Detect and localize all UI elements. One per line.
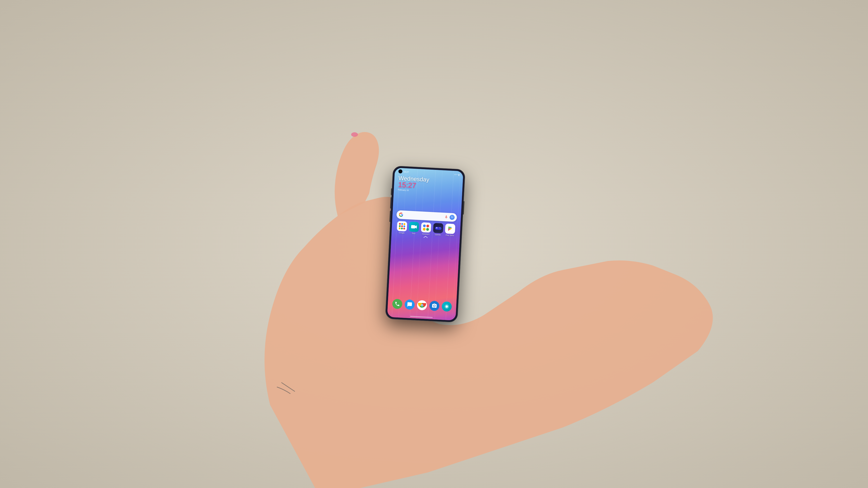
dot-7	[399, 227, 401, 229]
clock-widget: Wednesday 15:27 February 16	[398, 175, 430, 192]
dot-2	[401, 223, 403, 225]
app-google[interactable]: Google	[397, 221, 407, 234]
status-icons: ⏸ ▾ ▐ ▪	[454, 173, 461, 175]
svg-rect-7	[435, 227, 441, 230]
playstore-triangle-icon	[447, 225, 454, 232]
assistant-icon	[421, 222, 431, 232]
alert-slider[interactable]	[391, 188, 392, 195]
chrome-icon	[418, 301, 426, 310]
chevron-up-icon	[424, 235, 428, 238]
status-time: 15:27	[404, 170, 409, 173]
app-assistant[interactable]: Assistant	[421, 222, 432, 235]
phone-body: 15:27 ⏸ ▾ ▐ ▪ Wednesday 15:27 February 1…	[385, 166, 465, 322]
games-icon	[433, 223, 443, 233]
voice-search-button[interactable]	[444, 215, 448, 219]
messages-icon	[407, 302, 412, 307]
app-duo-label: Duo	[412, 232, 415, 234]
dock-camera[interactable]	[429, 301, 440, 311]
app-google-label: Google	[399, 231, 405, 234]
app-playstore-label: Play Store	[446, 234, 454, 236]
dock-oneplus[interactable]	[442, 301, 452, 312]
dot-6	[403, 225, 405, 227]
games-controller-icon	[434, 224, 442, 232]
phone-icon	[394, 301, 400, 307]
search-spacer	[403, 215, 444, 217]
camera-icon	[451, 216, 454, 219]
dot-3	[404, 223, 405, 225]
volume-up-button[interactable]	[390, 197, 392, 208]
app-drawer-arrow[interactable]	[424, 235, 428, 239]
dot-9	[403, 227, 405, 229]
phone-container: 15:27 ⏸ ▾ ▐ ▪ Wednesday 15:27 February 1…	[385, 166, 465, 322]
asst-circle-3	[423, 227, 426, 230]
volume-down-button[interactable]	[390, 210, 391, 222]
google-apps-icon	[397, 221, 407, 231]
asst-circle-4	[426, 228, 429, 231]
dock-chrome[interactable]	[417, 300, 427, 310]
dock-messages[interactable]	[404, 299, 415, 310]
app-games-label: Games	[435, 233, 441, 236]
google-logo	[399, 212, 404, 217]
wifi-icon: ▾	[457, 173, 457, 175]
oneplus-dot	[444, 304, 449, 309]
phone-screen: 15:27 ⏸ ▾ ▐ ▪ Wednesday 15:27 February 1…	[387, 168, 463, 320]
app-duo[interactable]: Duo	[409, 222, 420, 235]
asst-circle-1	[423, 224, 426, 227]
clock-time-value: 5:27	[402, 181, 416, 189]
lens-search-button[interactable]	[450, 215, 455, 220]
camera-dock-icon	[432, 303, 437, 308]
google-dots-grid	[397, 221, 407, 231]
duo-camera-icon	[410, 223, 418, 231]
dot-1	[399, 223, 401, 225]
mic-icon	[444, 215, 448, 219]
svg-rect-5	[411, 225, 415, 228]
dot-8	[401, 227, 403, 229]
svg-marker-6	[415, 225, 417, 229]
duo-icon	[409, 222, 420, 232]
signal-icon: ▐	[458, 174, 459, 175]
dot-5	[401, 225, 403, 227]
battery-icon: ▪	[460, 174, 461, 175]
asst-circle-2	[427, 224, 430, 227]
dot-4	[399, 225, 401, 227]
playstore-icon	[445, 223, 455, 234]
media-icon: ⏸	[454, 173, 456, 175]
dock-phone[interactable]	[392, 299, 402, 309]
app-games[interactable]: Games	[433, 223, 443, 236]
oneplus-inner-dot	[446, 305, 448, 308]
assistant-circles-grid	[421, 222, 431, 232]
app-playstore[interactable]: Play Store	[445, 223, 456, 236]
